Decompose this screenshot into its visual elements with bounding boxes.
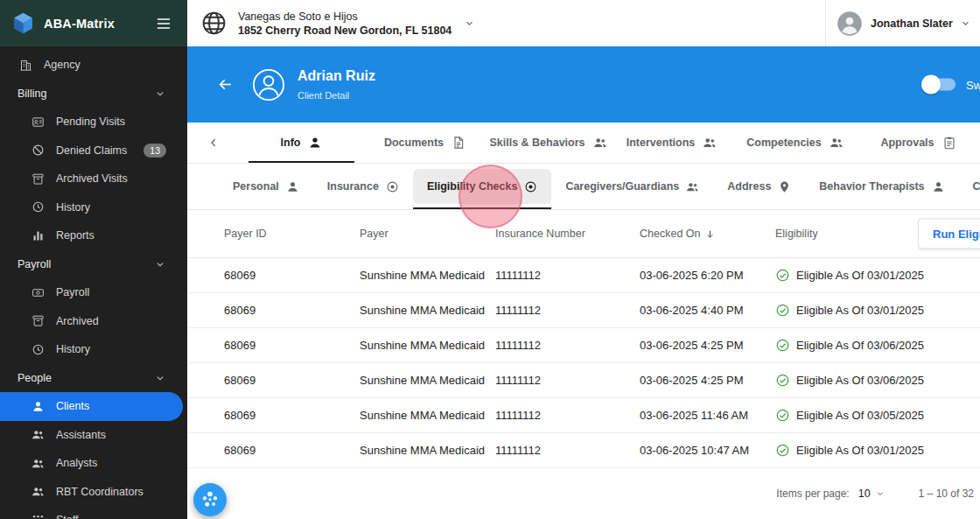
sidebar-item-billing-history[interactable]: History (0, 193, 187, 222)
archive-icon (32, 172, 45, 186)
cell-payer: Sunshine MMA Medicaid (360, 444, 495, 457)
toggle-knob[interactable] (921, 75, 941, 95)
tabs-scroll-left-button[interactable] (187, 123, 240, 163)
sidebar-item-payroll-archived[interactable]: Archived (0, 307, 187, 336)
run-eligibility-button[interactable]: Run Eligibility (918, 219, 980, 249)
people-icon (593, 136, 607, 150)
tab-label: Info (281, 137, 301, 149)
cell-payer-id: 68069 (224, 444, 360, 457)
subtab-caregivers-guardians[interactable]: Caregivers/Guardians (551, 164, 713, 209)
organization-switcher[interactable]: Vanegas de Soto e Hijos 1852 Cherry Road… (187, 0, 825, 46)
table-row[interactable]: 68069 Sunshine MMA Medicaid 11111112 03-… (187, 293, 980, 328)
eligibility-text: Eligible As Of 03/01/2025 (796, 444, 924, 457)
person-icon (286, 180, 299, 193)
chevron-down-icon (154, 372, 166, 384)
sidebar-item-analysts[interactable]: Analysts (0, 449, 187, 478)
chevron-down-icon[interactable] (464, 18, 475, 29)
chevron-down-icon[interactable] (960, 18, 971, 29)
clipboard-icon (942, 136, 956, 150)
sidebar-item-archived-visits[interactable]: Archived Visits (0, 165, 187, 193)
sidebar-item-label: History (56, 343, 90, 355)
tab-info[interactable]: Info (240, 123, 363, 163)
cell-checked-on: 03-06-2025 4:25 PM (640, 374, 775, 387)
cell-eligibility: Eligible As Of 03/06/2025 (775, 338, 980, 353)
tab-approvals[interactable]: Approvals (857, 123, 980, 163)
cell-insurance-number: 11111112 (495, 269, 640, 282)
sidebar-item-label: Agency (44, 59, 80, 71)
subtab-behavior-therapists[interactable]: Behavior Therapists (805, 164, 958, 209)
cell-payer-id: 68069 (224, 374, 360, 387)
sidebar-section-billing[interactable]: Billing (0, 80, 187, 109)
cell-payer: Sunshine MMA Medicaid (360, 269, 495, 282)
bar-chart-icon (32, 229, 45, 242)
sidebar-item-payroll[interactable]: Payroll (0, 278, 187, 307)
sidebar-section-payroll[interactable]: Payroll (0, 250, 187, 279)
table-row[interactable]: 68069 Sunshine MMA Medicaid 11111112 03-… (187, 328, 980, 363)
hamburger-menu-icon[interactable] (155, 15, 172, 32)
people-icon (686, 180, 699, 193)
table-row[interactable]: 68069 Sunshine MMA Medicaid 11111112 03-… (187, 258, 980, 293)
sidebar-item-pending-visits[interactable]: Pending Visits (0, 108, 187, 137)
sidebar-item-staff[interactable]: Staff (0, 506, 187, 519)
sidebar-item-payroll-history[interactable]: History (0, 335, 187, 364)
subtab-address[interactable]: Address (713, 164, 805, 209)
cell-insurance-number: 11111112 (495, 444, 640, 457)
tab-documents[interactable]: Documents (363, 123, 486, 163)
client-header-band: Adrian Ruiz Client Detail Switch (187, 46, 980, 123)
tab-skills-behaviors[interactable]: Skills & Behaviors (486, 123, 610, 163)
section-label: Payroll (18, 258, 154, 270)
table-row[interactable]: 68069 Sunshine MMA Medicaid 11111112 03-… (187, 363, 980, 398)
sidebar-item-assistants[interactable]: Assistants (0, 421, 187, 450)
sidebar-item-denied-claims[interactable]: Denied Claims 13 (0, 137, 187, 165)
check-circle-icon (775, 338, 790, 353)
switch-toggle[interactable]: Switch (924, 78, 980, 91)
items-per-page-select[interactable]: 10 (850, 487, 886, 500)
sidebar-item-label: Analysts (56, 457, 97, 469)
cell-eligibility: Eligible As Of 03/05/2025 (775, 408, 980, 423)
subtab-insurance[interactable]: Insurance (313, 164, 413, 209)
toggle-track[interactable] (924, 79, 956, 91)
location-pin-icon (778, 180, 791, 193)
organization-info: Vanegas de Soto e Hijos 1852 Cherry Road… (238, 11, 452, 37)
sidebar-item-agency[interactable]: Agency (0, 51, 187, 80)
tab-label: Interventions (626, 137, 696, 149)
history-clock-icon (32, 343, 45, 356)
user-menu[interactable]: Jonathan Slater (825, 0, 980, 46)
cell-payer: Sunshine MMA Medicaid (360, 304, 495, 317)
column-header-checked-on[interactable]: Checked On (640, 228, 775, 240)
table-footer: Items per page: 10 1 – 10 of 32 (187, 468, 980, 519)
pagination-range: 1 – 10 of 32 (919, 487, 974, 500)
floating-widget-button[interactable] (193, 483, 227, 516)
people-icon (32, 457, 45, 470)
people-icon (703, 136, 717, 150)
sidebar-item-clients[interactable]: Clients (0, 392, 183, 421)
cell-payer: Sunshine MMA Medicaid (360, 339, 495, 352)
tab-competencies[interactable]: Competencies (733, 123, 857, 163)
back-arrow-icon[interactable] (217, 76, 234, 93)
column-header-payer: Payer (360, 228, 495, 240)
people-icon (830, 136, 844, 150)
brand-bar: ABA-Matrix (0, 0, 187, 46)
client-subtitle: Client Detail (298, 90, 375, 101)
eligibility-text: Eligible As Of 03/06/2025 (796, 339, 924, 352)
subtab-personal[interactable]: Personal (219, 164, 313, 209)
tab-interventions[interactable]: Interventions (610, 123, 733, 163)
sidebar-item-label: Denied Claims (56, 144, 127, 157)
grid-dots-icon (32, 514, 45, 519)
sidebar-item-rbt-coordinators[interactable]: RBT Coordinators (0, 478, 187, 507)
table-row[interactable]: 68069 Sunshine MMA Medicaid 11111112 03-… (187, 433, 980, 468)
column-header-payer-id: Payer ID (224, 228, 360, 240)
people-icon (32, 485, 45, 498)
cell-eligibility: Eligible As Of 03/06/2025 (775, 373, 980, 388)
sidebar-item-reports[interactable]: Reports (0, 221, 187, 250)
primary-tab-bar: Info Documents Skills & Behaviors Interv… (187, 123, 980, 164)
app-title: ABA-Matrix (44, 17, 155, 31)
subtab-partially-visible[interactable]: Car (959, 164, 980, 209)
table-row[interactable]: 68069 Sunshine MMA Medicaid 11111112 03-… (187, 398, 980, 433)
sidebar-item-label: Pending Visits (56, 116, 125, 128)
sidebar-section-people[interactable]: People (0, 364, 187, 393)
client-info: Adrian Ruiz Client Detail (298, 68, 375, 101)
column-header-label: Checked On (640, 228, 700, 240)
subtab-label: Car (973, 180, 980, 193)
subtab-eligibility-checks[interactable]: Eligibility Checks (413, 164, 552, 209)
